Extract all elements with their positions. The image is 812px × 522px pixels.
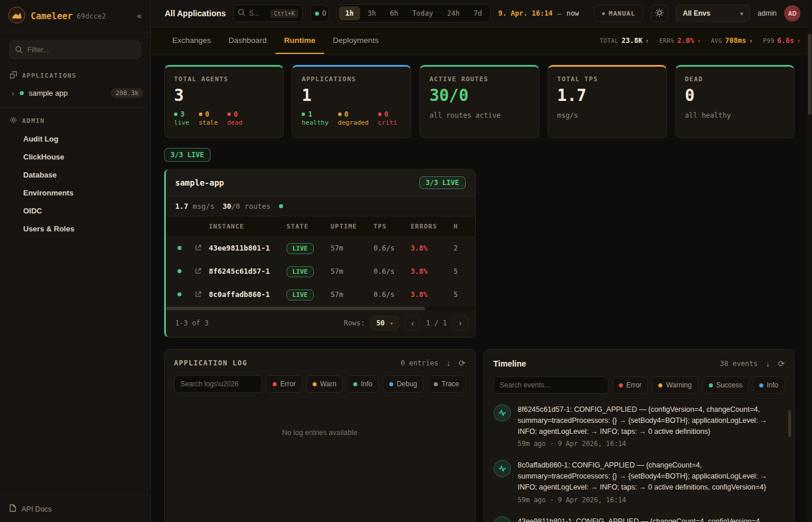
refresh-icon[interactable]: ⟳ xyxy=(459,359,466,367)
download-icon[interactable]: ↓ xyxy=(447,359,451,367)
timeline-filter-warning[interactable]: Warning xyxy=(652,376,698,394)
applications-icon xyxy=(9,71,17,80)
sidebar-header: Cameleer 69dcce2 « xyxy=(0,0,150,32)
content: TOTAL AGENTS 3 3live 0stale 0dead APPLIC… xyxy=(151,55,812,522)
activity-icon xyxy=(494,460,511,477)
timeline-filter-info[interactable]: Info xyxy=(753,376,785,394)
env-select[interactable]: All Envs ▾ xyxy=(676,5,750,22)
bottom-panels: APPLICATION LOG 0 entries ↓ ⟳ Error Warn… xyxy=(164,349,795,522)
app-root: Cameleer 69dcce2 « APPLICATIONS › sample… xyxy=(0,0,812,522)
time-range-button-3h[interactable]: 3h xyxy=(361,6,382,20)
chevron-down-icon: ▾ xyxy=(740,10,743,17)
sidebar-item-database[interactable]: Database xyxy=(0,166,150,184)
timeline-event[interactable]: 43ee9811b801-1: CONFIG_APPLIED — {change… xyxy=(484,509,795,522)
filter-dot xyxy=(273,382,277,386)
sidebar-item-clickhouse[interactable]: ClickHouse xyxy=(0,148,150,166)
instance-status-dot xyxy=(177,246,182,250)
trend-up-icon: ↑ xyxy=(749,38,752,44)
filter-dot xyxy=(619,383,623,387)
theme-toggle-button[interactable] xyxy=(651,5,668,22)
log-filter-error[interactable]: Error xyxy=(266,375,302,393)
stat-card-total-agents: TOTAL AGENTS 3 3live 0stale 0dead xyxy=(164,65,284,138)
timeline-scrollbar-thumb[interactable] xyxy=(788,410,791,437)
timeline-filter-success[interactable]: Success xyxy=(702,376,749,394)
table-row[interactable]: 43ee9811b801-1 LIVE 57m 0.6/s 3.8% 2 xyxy=(166,236,475,259)
tab-exchanges[interactable]: Exchanges xyxy=(164,27,220,54)
tab-runtime[interactable]: Runtime xyxy=(276,27,324,54)
instance-status-dot xyxy=(177,269,182,273)
tab-deployments[interactable]: Deployments xyxy=(324,27,387,54)
top-bar: All Applications S... Ctrl+K O 1h 3h 6h … xyxy=(151,0,812,27)
instance-status-dot xyxy=(177,292,182,296)
trend-up-icon: ↑ xyxy=(797,38,800,44)
rows-label: Rows: xyxy=(344,319,365,327)
time-range-button-24h[interactable]: 24h xyxy=(441,6,466,20)
app-card-title: sample-app xyxy=(175,178,224,187)
state-badge: LIVE xyxy=(287,289,314,300)
timeline-event[interactable]: 8f6245c61d57-1: CONFIG_APPLIED — {config… xyxy=(484,397,795,453)
scrollbar-thumb[interactable] xyxy=(808,34,811,115)
sidebar-item-users-roles[interactable]: Users & Roles xyxy=(0,220,150,238)
message-count-badge: 208.3k xyxy=(111,88,143,98)
manual-refresh-button[interactable]: MANUAL xyxy=(594,5,644,22)
application-log-panel: APPLICATION LOG 0 entries ↓ ⟳ Error Warn… xyxy=(164,349,476,522)
search-icon xyxy=(15,46,23,55)
page-scrollbar[interactable] xyxy=(807,0,812,522)
sidebar-collapse-icon[interactable]: « xyxy=(137,11,142,21)
timeline-event[interactable]: 8c0affadb860-1: CONFIG_APPLIED — {change… xyxy=(484,453,795,509)
range-start: 9. Apr. 16:14 xyxy=(498,9,553,17)
app-name: Cameleer xyxy=(31,11,72,21)
log-filter-debug[interactable]: Debug xyxy=(383,375,423,393)
app-logo[interactable]: Cameleer 69dcce2 xyxy=(8,6,106,26)
range-separator: — xyxy=(557,9,562,18)
log-filter-trace[interactable]: Trace xyxy=(427,375,465,393)
tab-dashboard[interactable]: Dashboard xyxy=(220,27,276,54)
log-filter-info[interactable]: Info xyxy=(347,375,379,393)
metric-err: ERR% 2.0% ↑ xyxy=(659,37,701,45)
log-filter-warn[interactable]: Warn xyxy=(306,375,343,393)
table-row[interactable]: 8c0affadb860-1 LIVE 57m 0.6/s 3.8% 5 xyxy=(166,282,475,306)
time-range-button-6h[interactable]: 6h xyxy=(383,6,404,20)
stat-card-applications: APPLICATIONS 1 1healthy 0degraded 0criti xyxy=(292,65,411,138)
online-toggle[interactable]: O xyxy=(310,5,329,22)
download-icon[interactable]: ↓ xyxy=(766,360,770,368)
time-range-button-7d[interactable]: 7d xyxy=(467,6,488,20)
page-title: All Applications xyxy=(165,9,226,18)
next-page-button[interactable]: › xyxy=(453,316,468,331)
stat-card-dead: DEAD 0 all healthy xyxy=(675,65,795,138)
timeline-search-input[interactable] xyxy=(494,376,608,394)
external-link-icon[interactable] xyxy=(187,291,209,298)
external-link-icon[interactable] xyxy=(187,244,209,252)
sidebar-item-oidc[interactable]: OIDC xyxy=(0,202,150,220)
refresh-icon[interactable]: ⟳ xyxy=(778,360,785,368)
sidebar-filter-input[interactable] xyxy=(9,41,141,59)
external-link-icon[interactable] xyxy=(187,267,209,275)
app-version: 69dcce2 xyxy=(77,12,106,20)
time-range-button-today[interactable]: Today xyxy=(406,6,440,20)
filter-dot xyxy=(709,383,713,387)
metric-avg: AVG 708ms ↑ xyxy=(711,37,753,45)
stat-cards-row: TOTAL AGENTS 3 3live 0stale 0dead APPLIC… xyxy=(164,65,795,138)
sun-icon xyxy=(655,8,664,19)
api-docs-link[interactable]: API Docs xyxy=(0,495,150,522)
search-placeholder-text: S... xyxy=(249,9,267,17)
log-search-input[interactable] xyxy=(174,375,262,393)
main-area: All Applications S... Ctrl+K O 1h 3h 6h … xyxy=(151,0,812,522)
sidebar-item-audit-log[interactable]: Audit Log xyxy=(0,130,150,148)
log-entries-count: 0 entries xyxy=(401,359,438,367)
time-range-button-1h[interactable]: 1h xyxy=(339,6,360,20)
timeline-filter-error[interactable]: Error xyxy=(612,376,648,394)
rows-per-page-select[interactable]: 50 ▾ xyxy=(371,316,399,331)
sidebar-item-environments[interactable]: Environments xyxy=(0,184,150,202)
activity-icon xyxy=(494,404,511,422)
app-card-header[interactable]: sample-app 3/3 LIVE xyxy=(166,169,475,196)
table-row[interactable]: 8f6245c61d57-1 LIVE 57m 0.6/s 3.8% 5 xyxy=(166,259,475,282)
date-range-display[interactable]: 9. Apr. 16:14 — now xyxy=(498,9,579,18)
metric-total: TOTAL 23.8K ↑ xyxy=(600,37,649,45)
global-search[interactable]: S... Ctrl+K xyxy=(233,5,303,22)
prev-page-button[interactable]: ‹ xyxy=(405,316,420,331)
avatar[interactable]: AD xyxy=(784,5,800,21)
sidebar-item-sample-app[interactable]: › sample app 208.3k xyxy=(0,85,150,102)
chevron-down-icon: ▾ xyxy=(390,320,393,327)
timeline-panel-title: Timeline xyxy=(494,359,527,368)
